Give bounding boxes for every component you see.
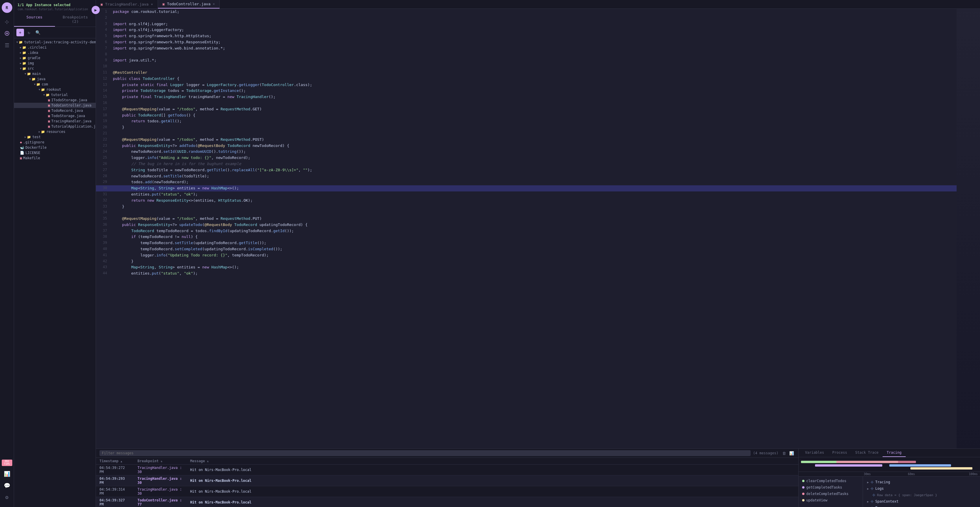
line-44: 44 entities.put("status", "ok"); bbox=[96, 271, 956, 277]
col-breakpoint[interactable]: Breakpoint ⇅ bbox=[134, 458, 187, 464]
debug-console-header: (4 messages) 🗑 📊 bbox=[96, 449, 798, 458]
app-name: com.rookout.tutorial.TutorialApplication bbox=[18, 8, 92, 11]
col-timestamp[interactable]: Timestamp ▲ bbox=[96, 458, 134, 464]
tree-java[interactable]: ▼ 📁 java bbox=[14, 77, 95, 82]
trace-item-1[interactable]: getCompletedTasks bbox=[799, 484, 863, 491]
tab-variables[interactable]: Variables bbox=[801, 449, 828, 457]
tree-todocontroller[interactable]: ▣ TodoController.java bbox=[14, 103, 95, 108]
tree-main[interactable]: ▼ 📁 main bbox=[14, 71, 95, 77]
clear-button[interactable]: 🗑 bbox=[781, 450, 787, 456]
tree-todorecord[interactable]: ▣ TodoRecord.java bbox=[14, 108, 95, 113]
tab-tracing[interactable]: Tracing bbox=[883, 449, 906, 457]
message-row-3[interactable]: 04:54:39:327 PM TodoController.java : 77… bbox=[96, 497, 798, 507]
chart-icon[interactable]: 📊 bbox=[2, 468, 12, 479]
line-15: 15 private final TracingHandler tracingH… bbox=[96, 94, 956, 100]
chevron-tracing: ▶ bbox=[867, 481, 869, 484]
navigate-button[interactable]: ▶ bbox=[92, 6, 100, 14]
line-25: 25 logger.info("Adding a new todo: {}", … bbox=[96, 155, 956, 161]
navigate-icon[interactable]: ⊹ bbox=[2, 16, 12, 27]
refresh-button[interactable]: ↻ bbox=[25, 29, 33, 36]
line-16: 16 bbox=[96, 100, 956, 106]
tree-license[interactable]: 📄 LICENSE bbox=[14, 150, 95, 155]
tab-stack-trace[interactable]: Stack Trace bbox=[851, 449, 883, 457]
tree-todostorage[interactable]: ▣ TodoStorage.java bbox=[14, 113, 95, 118]
tree-com[interactable]: ▼ 📁 com bbox=[14, 82, 95, 87]
line-21: 21 bbox=[96, 131, 956, 137]
line-18: 18 public TodoRecord[] getTodos() { bbox=[96, 112, 956, 118]
message-row-0[interactable]: 04:54:39:272 PM TracingHandler.java : 30… bbox=[96, 464, 798, 475]
filter-input[interactable] bbox=[99, 450, 751, 456]
add-button[interactable]: + bbox=[16, 29, 24, 36]
trace-item-0[interactable]: clearCompletedTodos bbox=[799, 478, 863, 484]
trace-icon-4: ⊹ bbox=[870, 506, 873, 507]
code-editor[interactable]: 1package com.rookout.tutorial; 2 3import… bbox=[96, 9, 956, 448]
tree-root[interactable]: ▼ 📁 tutorial-java:tracing-activity-demo … bbox=[14, 40, 95, 45]
tree-src[interactable]: ▼ 📁 src bbox=[14, 66, 95, 71]
line-33: 33 } bbox=[96, 204, 956, 210]
tab-todocontroller[interactable]: ▣ TodoController.java ✕ bbox=[158, 0, 220, 8]
debug-icon[interactable] bbox=[2, 28, 12, 39]
tree-tracinghandler[interactable]: ▣ TracingHandler.java bbox=[14, 118, 95, 124]
search-button[interactable]: 🔍 bbox=[34, 29, 41, 36]
tree-test[interactable]: ▶ 📁 test bbox=[14, 134, 95, 140]
tab-tracinghandler[interactable]: ▣ TracingHandler.java ✕ bbox=[96, 0, 158, 8]
message-row-1[interactable]: 04:54:39:293 PM TracingHandler.java : 30… bbox=[96, 475, 798, 486]
tab-process[interactable]: Process bbox=[828, 449, 851, 457]
tree-itodostorage[interactable]: ▣ ITodoStorage.java bbox=[14, 97, 95, 103]
tree-makefile[interactable]: ▣ Makefile bbox=[14, 155, 95, 161]
settings-icon[interactable]: ⚙ bbox=[2, 492, 12, 502]
sidebar: 1/1 App Instance selected com.rookout.tu… bbox=[14, 0, 96, 507]
timeline-labels: 30ms 60ms 100ms bbox=[799, 472, 980, 477]
line-43: 43 Map<String, String> entities = new Ha… bbox=[96, 264, 956, 271]
tree-gradle[interactable]: ▶ 📁 gradle bbox=[14, 55, 95, 61]
pro-tips-badge[interactable]: PRO TIPS bbox=[2, 459, 12, 466]
chevron-logs: ▶ bbox=[867, 487, 869, 490]
app-logo[interactable]: R bbox=[2, 2, 12, 13]
sidebar-actions: + ↻ 🔍 bbox=[14, 27, 95, 38]
tree-tutorialapp[interactable]: ▣ TutorialApplication.java bbox=[14, 124, 95, 129]
tree-idea[interactable]: ▶ 📁 .idea bbox=[14, 50, 95, 55]
chart-button[interactable]: 📊 bbox=[788, 450, 795, 456]
line-17: 17 @RequestMapping(value = "/todos", met… bbox=[96, 106, 956, 112]
tree-rookout[interactable]: ▼ 📁 rookout bbox=[14, 87, 95, 92]
activity-bar: R ⊹ ☰ PRO TIPS 📊 💬 ⚙ bbox=[0, 0, 14, 507]
timeline bbox=[799, 457, 980, 472]
line-1: 1package com.rookout.tutorial; bbox=[96, 9, 956, 15]
tab-sources[interactable]: Sources bbox=[14, 13, 55, 27]
trace-item-2[interactable]: deleteCompletedTasks bbox=[799, 491, 863, 497]
line-5: 5import org.springframework.http.HttpSta… bbox=[96, 33, 956, 39]
timeline-bar-blue bbox=[889, 464, 951, 467]
line-24: 24 newTodoRecord.setId(UUID.randomUUID()… bbox=[96, 149, 956, 155]
menu-icon[interactable]: ☰ bbox=[2, 40, 12, 50]
tab-breakpoints[interactable]: Breakpoints (2) bbox=[55, 13, 96, 27]
line-8: 8 bbox=[96, 51, 956, 58]
code-table: 1package com.rookout.tutorial; 2 3import… bbox=[96, 9, 956, 277]
line-41: 41 logger.info("Updating Todo record: {}… bbox=[96, 252, 956, 258]
tree-gitignore[interactable]: ◆ .gitignore bbox=[14, 140, 95, 145]
tree-img[interactable]: ▶ 📁 img bbox=[14, 61, 95, 66]
message-icon[interactable]: 💬 bbox=[2, 480, 12, 491]
line-28: 28 newTodoRecord.setTitle(todoTitle); bbox=[96, 173, 956, 179]
line-9: 9import java.util.*; bbox=[96, 57, 956, 64]
line-13: 13 private static final Logger logger = … bbox=[96, 82, 956, 88]
trace-dot-3 bbox=[802, 499, 805, 501]
sidebar-header: 1/1 App Instance selected com.rookout.tu… bbox=[14, 0, 95, 13]
tree-dockerfile[interactable]: 🐋 Dockerfile bbox=[14, 145, 95, 150]
tab-tracinghandler-close[interactable]: ✕ bbox=[151, 2, 153, 6]
detail-logs[interactable]: ▶ ⊹ Logs bbox=[865, 485, 978, 492]
detail-tracing[interactable]: ▶ ⊹ Tracing bbox=[865, 479, 978, 485]
detail-rawdata[interactable]: ⊹ Raw data = { span: JaegerSpan } bbox=[865, 492, 978, 498]
tab-todocontroller-close[interactable]: ✕ bbox=[213, 2, 215, 6]
detail-spancontext[interactable]: ▶ ⊹ SpanContext bbox=[865, 498, 978, 505]
tree-tutorial[interactable]: ▼ 📁 tutorial bbox=[14, 92, 95, 97]
trace-icon-3: ⊹ bbox=[870, 499, 873, 504]
tree-circleci[interactable]: ▶ 📁 .circleci bbox=[14, 45, 95, 50]
main-area: ▣ TracingHandler.java ✕ ▣ TodoController… bbox=[96, 0, 980, 507]
tree-resources[interactable]: ▶ 📁 resources bbox=[14, 129, 95, 134]
message-row-2[interactable]: 04:54:39:314 PM TracingHandler.java : 30… bbox=[96, 486, 798, 497]
line-42: 42 } bbox=[96, 258, 956, 265]
instance-label: 1/1 App Instance selected bbox=[18, 3, 92, 7]
col-message[interactable]: Message ⇅ bbox=[187, 458, 798, 464]
trace-item-3[interactable]: updateView bbox=[799, 497, 863, 504]
detail-tags[interactable]: ▶ ⊹ Tags bbox=[865, 505, 978, 507]
